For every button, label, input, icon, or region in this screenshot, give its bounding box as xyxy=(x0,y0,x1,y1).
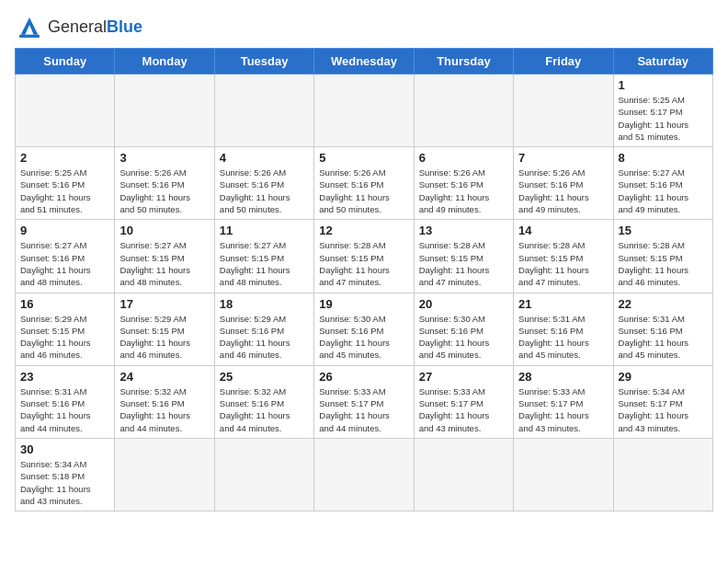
day-info: Sunrise: 5:34 AM Sunset: 5:17 PM Dayligh… xyxy=(619,385,708,434)
day-number: 3 xyxy=(119,151,209,165)
day-info: Sunrise: 5:25 AM Sunset: 5:17 PM Dayligh… xyxy=(619,94,708,143)
day-number: 17 xyxy=(119,297,209,311)
logo-icon xyxy=(15,15,44,40)
day-number: 23 xyxy=(20,370,109,384)
day-number: 16 xyxy=(20,297,109,311)
calendar-cell xyxy=(314,75,414,147)
calendar-cell: 8Sunrise: 5:27 AM Sunset: 5:16 PM Daylig… xyxy=(613,147,712,220)
calendar-cell: 15Sunrise: 5:28 AM Sunset: 5:15 PM Dayli… xyxy=(613,220,712,293)
logo: GeneralBlue xyxy=(15,15,142,40)
day-info: Sunrise: 5:27 AM Sunset: 5:15 PM Dayligh… xyxy=(119,239,209,288)
day-number: 2 xyxy=(20,151,109,165)
week-row-5: 23Sunrise: 5:31 AM Sunset: 5:16 PM Dayli… xyxy=(16,365,713,438)
day-number: 14 xyxy=(518,224,608,237)
day-number: 5 xyxy=(319,151,408,165)
week-row-4: 16Sunrise: 5:29 AM Sunset: 5:15 PM Dayli… xyxy=(16,293,713,365)
day-number: 1 xyxy=(619,78,708,92)
logo-text: GeneralBlue xyxy=(48,18,142,37)
calendar-cell xyxy=(613,438,712,511)
week-row-2: 2Sunrise: 5:25 AM Sunset: 5:16 PM Daylig… xyxy=(16,147,713,220)
day-info: Sunrise: 5:28 AM Sunset: 5:15 PM Dayligh… xyxy=(319,239,408,288)
day-number: 21 xyxy=(518,297,608,311)
calendar-cell: 13Sunrise: 5:28 AM Sunset: 5:15 PM Dayli… xyxy=(414,220,513,293)
calendar-cell: 24Sunrise: 5:32 AM Sunset: 5:16 PM Dayli… xyxy=(115,365,214,438)
day-info: Sunrise: 5:26 AM Sunset: 5:16 PM Dayligh… xyxy=(319,167,408,215)
day-info: Sunrise: 5:28 AM Sunset: 5:15 PM Dayligh… xyxy=(619,239,708,288)
day-number: 20 xyxy=(419,297,508,311)
calendar-cell: 5Sunrise: 5:26 AM Sunset: 5:16 PM Daylig… xyxy=(314,147,414,220)
calendar-cell: 3Sunrise: 5:26 AM Sunset: 5:16 PM Daylig… xyxy=(115,147,214,220)
day-info: Sunrise: 5:27 AM Sunset: 5:16 PM Dayligh… xyxy=(20,239,109,288)
day-number: 12 xyxy=(319,224,408,237)
day-info: Sunrise: 5:32 AM Sunset: 5:16 PM Dayligh… xyxy=(220,385,309,434)
calendar-cell: 4Sunrise: 5:26 AM Sunset: 5:16 PM Daylig… xyxy=(214,147,313,220)
calendar-cell xyxy=(115,438,214,511)
day-number: 18 xyxy=(220,297,309,311)
calendar-cell: 10Sunrise: 5:27 AM Sunset: 5:15 PM Dayli… xyxy=(115,220,214,293)
day-info: Sunrise: 5:31 AM Sunset: 5:16 PM Dayligh… xyxy=(619,313,708,362)
col-header-sunday: Sunday xyxy=(16,49,115,75)
page-header: GeneralBlue xyxy=(15,15,713,40)
day-info: Sunrise: 5:26 AM Sunset: 5:16 PM Dayligh… xyxy=(419,167,508,215)
day-number: 4 xyxy=(220,151,309,165)
day-info: Sunrise: 5:26 AM Sunset: 5:16 PM Dayligh… xyxy=(518,167,608,215)
day-number: 10 xyxy=(119,224,209,237)
day-number: 24 xyxy=(119,370,209,384)
calendar-cell xyxy=(414,75,513,147)
week-row-6: 30Sunrise: 5:34 AM Sunset: 5:18 PM Dayli… xyxy=(16,438,713,511)
col-header-wednesday: Wednesday xyxy=(314,49,414,75)
day-info: Sunrise: 5:29 AM Sunset: 5:15 PM Dayligh… xyxy=(119,313,209,362)
calendar-cell xyxy=(414,438,513,511)
col-header-monday: Monday xyxy=(115,49,214,75)
day-info: Sunrise: 5:31 AM Sunset: 5:16 PM Dayligh… xyxy=(518,313,608,362)
day-number: 29 xyxy=(619,370,708,384)
calendar-cell: 22Sunrise: 5:31 AM Sunset: 5:16 PM Dayli… xyxy=(613,293,712,365)
calendar-cell: 20Sunrise: 5:30 AM Sunset: 5:16 PM Dayli… xyxy=(414,293,513,365)
calendar-cell xyxy=(214,438,313,511)
calendar-cell: 17Sunrise: 5:29 AM Sunset: 5:15 PM Dayli… xyxy=(115,293,214,365)
day-info: Sunrise: 5:34 AM Sunset: 5:18 PM Dayligh… xyxy=(20,458,109,507)
calendar-cell xyxy=(314,438,414,511)
day-info: Sunrise: 5:31 AM Sunset: 5:16 PM Dayligh… xyxy=(20,385,109,434)
day-number: 22 xyxy=(619,297,708,311)
day-number: 26 xyxy=(319,370,408,384)
day-info: Sunrise: 5:33 AM Sunset: 5:17 PM Dayligh… xyxy=(518,385,608,434)
day-number: 9 xyxy=(20,224,109,237)
calendar-cell xyxy=(514,438,613,511)
day-info: Sunrise: 5:29 AM Sunset: 5:15 PM Dayligh… xyxy=(20,313,109,362)
col-header-thursday: Thursday xyxy=(414,49,513,75)
calendar-table: SundayMondayTuesdayWednesdayThursdayFrid… xyxy=(15,48,713,511)
calendar-cell: 9Sunrise: 5:27 AM Sunset: 5:16 PM Daylig… xyxy=(16,220,115,293)
calendar-cell: 18Sunrise: 5:29 AM Sunset: 5:16 PM Dayli… xyxy=(214,293,313,365)
calendar-cell: 6Sunrise: 5:26 AM Sunset: 5:16 PM Daylig… xyxy=(414,147,513,220)
day-info: Sunrise: 5:30 AM Sunset: 5:16 PM Dayligh… xyxy=(319,313,408,362)
calendar-cell: 19Sunrise: 5:30 AM Sunset: 5:16 PM Dayli… xyxy=(314,293,414,365)
day-info: Sunrise: 5:29 AM Sunset: 5:16 PM Dayligh… xyxy=(220,313,309,362)
week-row-3: 9Sunrise: 5:27 AM Sunset: 5:16 PM Daylig… xyxy=(16,220,713,293)
day-info: Sunrise: 5:25 AM Sunset: 5:16 PM Dayligh… xyxy=(20,167,109,215)
day-info: Sunrise: 5:32 AM Sunset: 5:16 PM Dayligh… xyxy=(119,385,209,434)
day-number: 8 xyxy=(619,151,708,165)
svg-rect-2 xyxy=(19,35,40,38)
day-info: Sunrise: 5:27 AM Sunset: 5:16 PM Dayligh… xyxy=(619,167,708,215)
day-info: Sunrise: 5:28 AM Sunset: 5:15 PM Dayligh… xyxy=(419,239,508,288)
calendar-cell: 28Sunrise: 5:33 AM Sunset: 5:17 PM Dayli… xyxy=(514,365,613,438)
calendar-cell: 26Sunrise: 5:33 AM Sunset: 5:17 PM Dayli… xyxy=(314,365,414,438)
calendar-cell: 30Sunrise: 5:34 AM Sunset: 5:18 PM Dayli… xyxy=(16,438,115,511)
day-number: 6 xyxy=(419,151,508,165)
calendar-cell: 11Sunrise: 5:27 AM Sunset: 5:15 PM Dayli… xyxy=(214,220,313,293)
calendar-cell xyxy=(115,75,214,147)
day-number: 30 xyxy=(20,442,109,456)
day-number: 13 xyxy=(419,224,508,237)
day-number: 25 xyxy=(220,370,309,384)
col-header-tuesday: Tuesday xyxy=(214,49,313,75)
calendar-cell: 27Sunrise: 5:33 AM Sunset: 5:17 PM Dayli… xyxy=(414,365,513,438)
day-number: 15 xyxy=(619,224,708,237)
day-info: Sunrise: 5:27 AM Sunset: 5:15 PM Dayligh… xyxy=(220,239,309,288)
col-header-friday: Friday xyxy=(514,49,613,75)
calendar-cell: 12Sunrise: 5:28 AM Sunset: 5:15 PM Dayli… xyxy=(314,220,414,293)
calendar-cell: 25Sunrise: 5:32 AM Sunset: 5:16 PM Dayli… xyxy=(214,365,313,438)
calendar-cell: 21Sunrise: 5:31 AM Sunset: 5:16 PM Dayli… xyxy=(514,293,613,365)
day-number: 28 xyxy=(518,370,608,384)
day-info: Sunrise: 5:33 AM Sunset: 5:17 PM Dayligh… xyxy=(319,385,408,434)
